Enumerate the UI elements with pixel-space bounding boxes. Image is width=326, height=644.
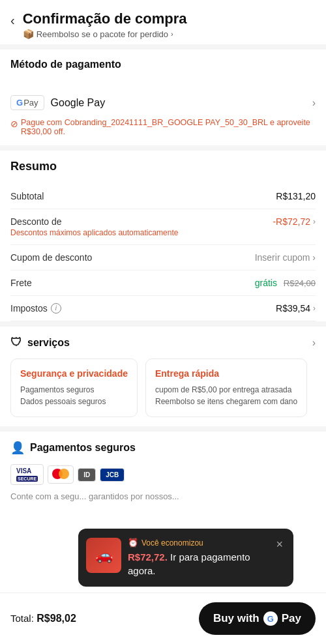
- frete-strikethrough: R$24,00: [284, 278, 316, 288]
- summary-row-impostos[interactable]: Impostos i R$39,54 ›: [10, 296, 316, 321]
- frete-label: Frete: [10, 278, 32, 288]
- services-title-text: serviços: [27, 337, 70, 349]
- summary-row-frete: Frete grátis R$24,00: [10, 271, 316, 296]
- subtitle-text: Reembolso se o pacote for perdido: [37, 29, 168, 39]
- gpay-g-icon: G: [263, 611, 278, 626]
- services-header[interactable]: 🛡 serviços ›: [10, 336, 316, 349]
- payment-section: Método de pagamento: [0, 50, 326, 87]
- header-subtitle[interactable]: 📦 Reembolso se o pacote for perdido ›: [23, 29, 187, 39]
- jcb-badge: JCB: [100, 468, 125, 482]
- safe-icon: 👤: [10, 441, 25, 455]
- divider-thick-3: [0, 321, 326, 327]
- services-title: 🛡 serviços: [10, 336, 70, 349]
- coupon-value: Inserir cupom ›: [255, 252, 316, 263]
- toast-close-button[interactable]: ×: [276, 538, 283, 551]
- buy-with-gpay-button[interactable]: Buy with G Pay: [199, 602, 316, 635]
- service-security-text: Pagamentos segurosDados pessoais seguros: [20, 384, 128, 407]
- service-delivery-title: Entrega rápida: [155, 368, 297, 379]
- box-icon: 📦: [23, 29, 34, 39]
- buy-label: Buy with: [213, 612, 259, 625]
- payment-chevron: ›: [312, 97, 316, 109]
- payment-section-title: Método de pagamento: [10, 59, 316, 70]
- summary-row-subtotal: Subtotal R$131,20: [10, 184, 316, 209]
- services-section: 🛡 serviços › Segurança e privacidade Pag…: [0, 327, 326, 426]
- services-chevron: ›: [312, 337, 316, 349]
- total-label: Total:: [10, 613, 34, 624]
- mastercard-badge: [48, 465, 74, 484]
- services-cards: Segurança e privacidade Pagamentos segur…: [10, 359, 316, 417]
- header: ‹ Confirmação de compra 📦 Reembolso se o…: [0, 0, 326, 44]
- total-value: R$98,02: [37, 613, 76, 624]
- toast-amount: R$72,72.: [128, 551, 168, 563]
- safe-subtitle: Conte com a segu... garantidos por nosso…: [10, 491, 316, 501]
- service-card-delivery: Entrega rápida cupom de R$5,00 por entre…: [145, 359, 307, 417]
- discount-sublabel: Descontos máximos aplicados automaticame…: [10, 228, 178, 237]
- shield-icon: 🛡: [10, 336, 22, 349]
- impostos-chevron: ›: [313, 304, 316, 313]
- payment-name: Google Pay: [51, 97, 106, 109]
- service-card-security: Segurança e privacidade Pagamentos segur…: [10, 359, 138, 417]
- toast-emoji: 🚗: [95, 547, 113, 564]
- promo-label: Pague com Cobranding_20241111_BR_GOOGLE …: [21, 118, 316, 136]
- toast-body: R$72,72. Ir para pagamento agora.: [128, 550, 269, 578]
- service-security-title: Segurança e privacidade: [20, 368, 128, 379]
- divider-thick-1: [0, 44, 326, 50]
- pay-label: Pay: [282, 612, 301, 625]
- subtotal-label: Subtotal: [10, 191, 44, 201]
- id-badge: ID: [78, 468, 96, 482]
- discount-label-group: Desconto de Descontos máximos aplicados …: [10, 216, 178, 237]
- subtotal-value: R$131,20: [276, 191, 316, 201]
- gpay-logo: GPay: [10, 95, 44, 110]
- bottom-bar: Total: R$98,02 Buy with G Pay: [0, 593, 326, 644]
- visa-badge: VISASECURE: [10, 464, 44, 485]
- toast: 🚗 ⏰ Você economizou R$72,72. Ir para pag…: [78, 529, 293, 587]
- divider-thick-4: [0, 426, 326, 432]
- discount-chevron: ›: [313, 217, 316, 226]
- mc-circle-orange: [59, 469, 69, 479]
- summary-title: Resumo: [10, 160, 316, 173]
- impostos-value: R$39,54 ›: [276, 303, 316, 314]
- frete-value: grátis R$24,00: [255, 278, 316, 288]
- safe-title-text: Pagamentos seguros: [30, 442, 136, 454]
- impostos-label: Impostos i: [10, 303, 61, 314]
- safe-title: 👤 Pagamentos seguros: [10, 441, 316, 455]
- payment-cards-row: VISASECURE ID JCB: [10, 464, 316, 485]
- back-button[interactable]: ‹: [10, 10, 15, 28]
- summary-section: Resumo Subtotal R$131,20 Desconto de Des…: [0, 151, 326, 321]
- toast-header: ⏰ Você economizou: [128, 538, 269, 548]
- toast-thumbnail: 🚗: [86, 538, 121, 573]
- toast-content: ⏰ Você economizou R$72,72. Ir para pagam…: [128, 538, 269, 578]
- summary-row-coupon[interactable]: Cupom de desconto Inserir cupom ›: [10, 245, 316, 271]
- toast-header-text: Você economizou: [141, 538, 203, 548]
- discount-label: Desconto de: [10, 216, 178, 227]
- divider-thick-2: [0, 145, 326, 151]
- safe-payments-section: 👤 Pagamentos seguros VISASECURE ID JCB C…: [0, 432, 326, 510]
- summary-row-discount[interactable]: Desconto de Descontos máximos aplicados …: [10, 209, 316, 245]
- total-group: Total: R$98,02: [10, 613, 76, 624]
- clock-icon: ⏰: [128, 538, 138, 548]
- info-icon: i: [51, 303, 61, 314]
- service-delivery-text: cupom de R$5,00 por entrega atrasadaReem…: [155, 384, 297, 407]
- promo-icon: ⊘: [10, 119, 18, 129]
- page-title: Confirmação de compra: [23, 10, 187, 27]
- promo-text: ⊘ Pague com Cobranding_20241111_BR_GOOGL…: [0, 118, 326, 145]
- payment-method-row[interactable]: GPay Google Pay ›: [0, 87, 326, 118]
- payment-left: GPay Google Pay: [10, 95, 105, 110]
- subtitle-chevron: ›: [171, 30, 173, 38]
- discount-value: -R$72,72 ›: [273, 216, 316, 227]
- coupon-label: Cupom de desconto: [10, 252, 92, 263]
